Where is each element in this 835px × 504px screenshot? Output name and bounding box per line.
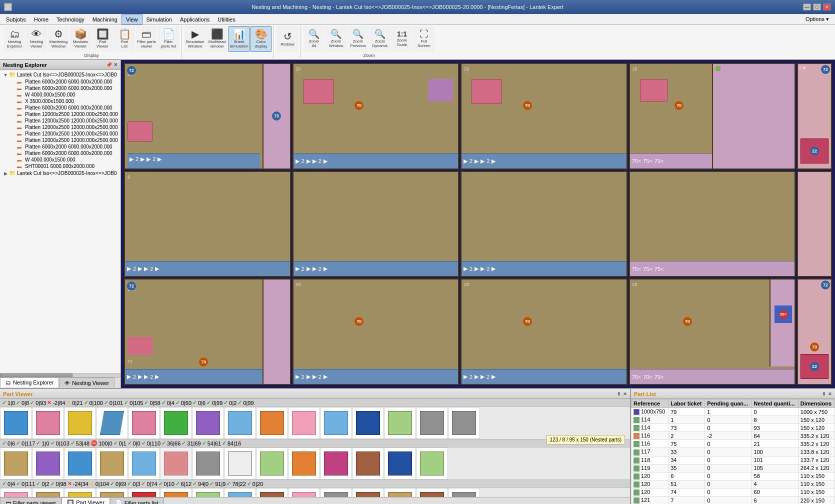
part-viewer-toolbar-button[interactable]: 🔲 PartViewer bbox=[92, 26, 113, 52]
part-list-row[interactable]: 117 33 0 100 133.8 x 120 bbox=[632, 448, 835, 456]
nesting-viewer-tab[interactable]: 👁 Nesting Viewer bbox=[59, 378, 114, 388]
part-cell[interactable] bbox=[256, 407, 288, 439]
part-viewer-expand-icon[interactable]: ⬆ bbox=[617, 392, 621, 396]
part-list-row[interactable]: 120 51 0 4 110 x 150 bbox=[632, 480, 835, 488]
part-cell[interactable] bbox=[64, 407, 96, 439]
filler-parts-viewer-tab[interactable]: 🗃 Filler parts viewer bbox=[0, 498, 62, 504]
part-cell[interactable] bbox=[128, 407, 160, 439]
tree-item[interactable]: ▬ Platten 6000x2000 6000.000x2000.000 bbox=[0, 78, 120, 85]
part-cell[interactable] bbox=[128, 488, 160, 497]
menu-home[interactable]: Home bbox=[30, 14, 52, 24]
tree-item[interactable]: ▬ Platten 6000x2000 6000.000x2000.000 bbox=[0, 85, 120, 92]
part-list-row[interactable]: 121 7 0 6 220 x 150 bbox=[632, 496, 835, 504]
pin-icon[interactable]: 📌 bbox=[106, 62, 112, 68]
full-screen-button[interactable]: ⛶ FullScreen bbox=[414, 26, 434, 52]
color-display-button[interactable]: 🎨 Colordisplay bbox=[250, 26, 272, 52]
part-cell[interactable] bbox=[96, 448, 128, 480]
part-cell[interactable] bbox=[128, 448, 160, 480]
part-cell[interactable] bbox=[224, 448, 256, 480]
part-cell[interactable] bbox=[320, 407, 352, 439]
part-cell[interactable] bbox=[352, 407, 384, 439]
tree-item[interactable]: ▶ 📁 Lantek Cut Iso<=>JOB000025-Inox<=>JO… bbox=[0, 170, 120, 177]
part-cell[interactable] bbox=[448, 407, 480, 439]
part-cell[interactable] bbox=[192, 448, 224, 480]
filler-parts-list-tab[interactable]: 📄 Filler parts list bbox=[110, 498, 164, 504]
nesting-canvas[interactable]: 72 28< 71 75 ▶2▶▶2▶ ▶2▶ bbox=[121, 60, 835, 388]
part-list-row[interactable]: 120 74 0 60 110 x 150 bbox=[632, 488, 835, 496]
filler-parts-list-button[interactable]: 📄 Fillerparts list bbox=[158, 26, 179, 52]
zoom-previous-button[interactable]: 🔍 ZoomPrevious bbox=[348, 26, 368, 52]
menu-view[interactable]: View bbox=[122, 14, 142, 24]
part-cell[interactable] bbox=[384, 407, 416, 439]
part-cell[interactable] bbox=[352, 488, 384, 497]
part-cell[interactable] bbox=[96, 488, 128, 497]
menu-machining[interactable]: Machining bbox=[88, 14, 122, 24]
part-cell[interactable] bbox=[352, 448, 384, 480]
part-list-row[interactable]: 116 75 0 21 335.2 x 120 bbox=[632, 440, 835, 448]
simulation-window-button[interactable]: ▶ SimulationWindow bbox=[184, 26, 206, 52]
part-cell[interactable] bbox=[0, 407, 32, 439]
part-list-row[interactable]: 119 35 0 105 264.2 x 120 bbox=[632, 464, 835, 472]
part-cell[interactable] bbox=[0, 448, 32, 480]
part-list-toolbar-button[interactable]: 📋 PartList bbox=[114, 26, 135, 52]
zoom-window-button[interactable]: 🔍 ZoomWindow bbox=[326, 26, 346, 52]
zoom-dynamic-button[interactable]: 🔍 ZoomDynamic bbox=[370, 26, 390, 52]
part-list-row[interactable]: 114 73 0 93 150 x 120 bbox=[632, 424, 835, 432]
zoom-all-button[interactable]: 🔍 ZoomAll bbox=[304, 26, 324, 52]
part-list-close-icon[interactable]: ✕ bbox=[828, 392, 832, 396]
part-list-row[interactable]: 1000x750 79 1 0 1000 x 750 bbox=[632, 408, 835, 416]
part-cell[interactable] bbox=[448, 488, 480, 497]
redraw-button[interactable]: ↺ Redraw bbox=[277, 26, 298, 52]
tree-item[interactable]: ▬ SHT00001 6000.000x2000.000 bbox=[0, 163, 120, 170]
part-list-row[interactable]: 118 34 0 101 133.7 x 120 bbox=[632, 456, 835, 464]
part-cell[interactable] bbox=[192, 488, 224, 497]
part-cell[interactable] bbox=[160, 448, 192, 480]
sheet-simulation-button[interactable]: 📊 SheetSimulation bbox=[228, 26, 250, 52]
tree-item[interactable]: ▬ Platten 6000x2000 6000.000x2000.000 bbox=[0, 144, 120, 150]
nesting-explorer-button[interactable]: 🗂 NestingExplorer bbox=[4, 26, 25, 52]
part-cell[interactable] bbox=[64, 488, 96, 497]
part-cell[interactable] bbox=[32, 407, 64, 439]
menu-simulation[interactable]: Simulation bbox=[142, 14, 176, 24]
part-cell[interactable] bbox=[288, 448, 320, 480]
tree-item[interactable]: ▬ Platten 12000x2500 12000.000x2500.000 bbox=[0, 137, 120, 144]
filler-parts-viewer-button[interactable]: 🗃 Filler partsviewer bbox=[136, 26, 157, 52]
part-cell[interactable] bbox=[320, 488, 352, 497]
part-viewer-bottom-tab[interactable]: 🔲 Part Viewer bbox=[62, 498, 110, 504]
part-cell[interactable] bbox=[256, 488, 288, 497]
part-viewer-close-icon[interactable]: ✕ bbox=[623, 392, 627, 396]
nesting-explorer-tree[interactable]: ▼ 📁 Lantek Cut Iso<=>JOB000025-Inox<=>JO… bbox=[0, 70, 120, 373]
close-panel-icon[interactable]: ✕ bbox=[114, 62, 118, 68]
part-cell[interactable] bbox=[384, 488, 416, 497]
machining-window-button[interactable]: ⚙ MachiningWindow bbox=[48, 26, 69, 52]
part-cell[interactable] bbox=[416, 448, 448, 480]
part-cell[interactable] bbox=[96, 407, 128, 439]
menu-utilities[interactable]: Utilities bbox=[214, 14, 239, 24]
part-cell[interactable] bbox=[160, 488, 192, 497]
part-list-expand-icon[interactable]: ⬆ bbox=[822, 392, 826, 396]
part-list-row[interactable]: 114 1 0 8 150 x 120 bbox=[632, 416, 835, 424]
maximize-button[interactable]: □ bbox=[813, 4, 821, 10]
part-cell[interactable] bbox=[32, 488, 64, 497]
part-list-table-container[interactable]: Reference Labor ticket Pending quan... N… bbox=[631, 399, 835, 504]
part-cell[interactable] bbox=[224, 407, 256, 439]
menu-technology[interactable]: Technology bbox=[52, 14, 88, 24]
nesting-explorer-tab[interactable]: 🗂 Nesting Explorer bbox=[0, 378, 59, 388]
tree-item[interactable]: ▬ Platten 12000x2500 12000.000x2500.000 bbox=[0, 130, 120, 137]
tree-item[interactable]: ▬ W 4000.000x1500.000 bbox=[0, 156, 120, 163]
menu-subjobs[interactable]: Subjobs bbox=[2, 14, 30, 24]
menu-applications[interactable]: Applications bbox=[176, 14, 214, 24]
part-cell[interactable] bbox=[224, 488, 256, 497]
tree-item[interactable]: ▬ Platten 12000x2500 12000.000x2500.000 bbox=[0, 118, 120, 124]
part-list-row[interactable]: 120 6 0 58 110 x 150 bbox=[632, 472, 835, 480]
part-list-row[interactable]: 116 2 -2 84 335.2 x 120 bbox=[632, 432, 835, 440]
options-button[interactable]: Options ▾ bbox=[802, 15, 833, 24]
multihead-window-button[interactable]: ⬛ Multiheadwindow bbox=[206, 26, 228, 52]
part-cell[interactable] bbox=[288, 407, 320, 439]
part-cell[interactable] bbox=[416, 407, 448, 439]
part-cell[interactable] bbox=[288, 488, 320, 497]
tree-item[interactable]: ▬ Platten 12000x2500 12000.000x2500.000 bbox=[0, 111, 120, 118]
parts-grid[interactable]: ✓1|0 ✓0|8 ✓0|93 ✕-2|84 ⚠0|21 ✓0|100 ✓0|1… bbox=[0, 399, 630, 497]
tree-scrollbar-h[interactable] bbox=[0, 373, 120, 377]
tree-item[interactable]: ▬ Platten 6000x2000 6000.000x2000.000 bbox=[0, 150, 120, 156]
